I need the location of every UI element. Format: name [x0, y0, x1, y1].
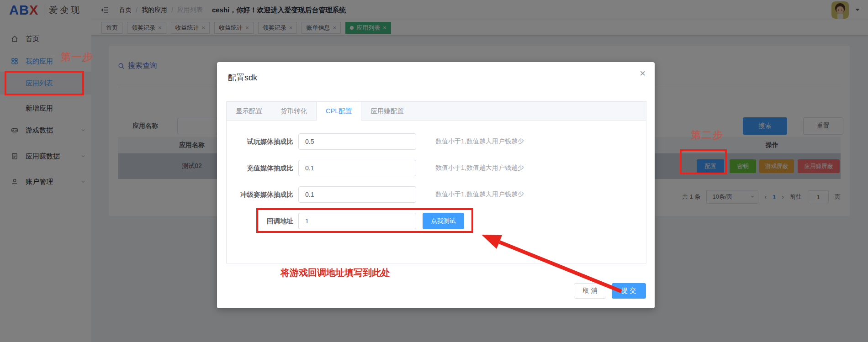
callback-url-input[interactable] — [298, 213, 416, 229]
rank-race-media-rate-input[interactable] — [298, 186, 416, 203]
tab-bar: 显示配置 货币转化 CPL配置 应用赚配置 — [227, 102, 646, 121]
dialog-title: 配置sdk — [228, 72, 257, 83]
trial-media-rate-label: 试玩媒体抽成比 — [231, 133, 293, 150]
sdk-config-tabs-card: 显示配置 货币转化 CPL配置 应用赚配置 试玩媒体抽成比 数值小于1,数值越大… — [226, 101, 646, 263]
trial-media-rate-input[interactable] — [298, 133, 416, 150]
recharge-media-rate-input[interactable] — [298, 160, 416, 176]
test-callback-button[interactable]: 点我测试 — [423, 213, 464, 229]
rate-hint: 数值小于1,数值越大用户钱越少 — [435, 186, 524, 203]
close-icon[interactable]: × — [640, 68, 646, 79]
tab-currency-convert[interactable]: 货币转化 — [271, 102, 316, 120]
cancel-button[interactable]: 取 消 — [574, 283, 606, 299]
tab-appearn-config[interactable]: 应用赚配置 — [361, 102, 413, 120]
callback-note-text: 将游戏回调地址填写到此处 — [281, 267, 390, 279]
submit-button[interactable]: 提 交 — [612, 283, 646, 299]
configure-sdk-dialog: 配置sdk × 显示配置 货币转化 CPL配置 应用赚配置 试玩媒体抽成比 数值… — [217, 62, 655, 308]
recharge-media-rate-label: 充值媒体抽成比 — [231, 160, 293, 176]
tab-cpl-config[interactable]: CPL配置 — [316, 102, 361, 121]
rank-race-media-rate-label: 冲级赛媒体抽成比 — [231, 186, 293, 203]
tab-display-config[interactable]: 显示配置 — [227, 102, 271, 120]
rate-hint: 数值小于1,数值越大用户钱越少 — [435, 133, 524, 150]
callback-url-label: 回调地址 — [231, 213, 293, 229]
rate-hint: 数值小于1,数值越大用户钱越少 — [435, 160, 524, 176]
